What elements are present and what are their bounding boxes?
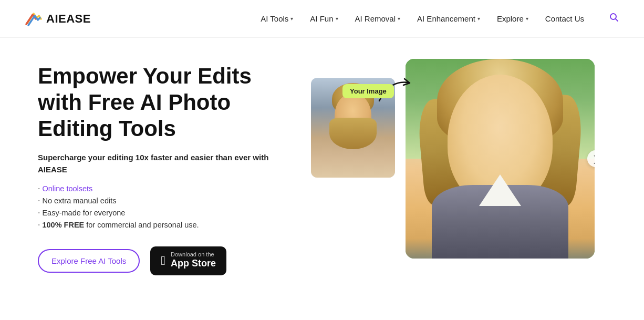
feature-free-rest: for commercial and personal use. — [86, 221, 199, 229]
logo-icon — [25, 11, 42, 27]
feature-item-1: Online toolsets — [38, 184, 298, 193]
nav-explore[interactable]: Explore ▾ — [497, 14, 528, 23]
chevron-down-icon: ▾ — [290, 16, 293, 22]
appstore-text: Download on the App Store — [171, 252, 216, 270]
chevron-down-icon: ▾ — [336, 16, 338, 22]
feature-item-2: No extra manual edits — [38, 196, 298, 205]
app-store-button[interactable]:  Download on the App Store — [150, 246, 226, 275]
feature-link-1[interactable]: Online toolsets — [42, 184, 92, 193]
nav-contact-us[interactable]: Contact Us — [545, 14, 584, 23]
svg-line-1 — [616, 19, 618, 22]
feature-item-4: 100% FREE for commercial and personal us… — [38, 220, 298, 230]
hero-subtitle: Supercharge your editing 10x faster and … — [38, 152, 298, 176]
main-content: Empower Your Edits with Free AI Photo Ed… — [0, 38, 644, 296]
chevron-down-icon: ▾ — [398, 16, 400, 22]
output-photo-bg — [406, 59, 595, 259]
search-icon[interactable] — [609, 13, 619, 25]
apple-icon:  — [161, 253, 165, 268]
header: AIEASE AI Tools ▾ AI Fun ▾ AI Removal ▾ … — [0, 0, 644, 38]
main-nav: AI Tools ▾ AI Fun ▾ AI Removal ▾ AI Enha… — [261, 13, 619, 25]
feature-item-3: Easy-made for everyone — [38, 208, 298, 218]
hero-title: Empower Your Edits with Free AI Photo Ed… — [38, 63, 298, 141]
logo[interactable]: AIEASE — [25, 11, 91, 27]
hero-left: Empower Your Edits with Free AI Photo Ed… — [38, 63, 311, 275]
nav-ai-tools[interactable]: AI Tools ▾ — [261, 14, 293, 23]
appstore-download-label: Download on the — [171, 252, 214, 257]
chevron-down-icon: ▾ — [526, 16, 528, 22]
nav-ai-enhancement[interactable]: AI Enhancement ▾ — [417, 14, 480, 23]
explore-free-tools-button[interactable]: Explore Free AI Tools — [38, 249, 140, 273]
chevron-down-icon: ▾ — [477, 16, 480, 22]
hero-right: Your Image ❯ — [311, 59, 619, 280]
input-hair-lower — [329, 118, 377, 149]
appstore-store-name: App Store — [171, 257, 216, 270]
logo-text: AIEASE — [46, 12, 91, 26]
features-list: Online toolsets No extra manual edits Ea… — [38, 184, 298, 230]
nav-ai-fun[interactable]: AI Fun ▾ — [310, 14, 338, 23]
output-photo: ❯ — [406, 59, 595, 259]
cta-row: Explore Free AI Tools  Download on the … — [38, 246, 298, 275]
your-image-bubble: Your Image — [342, 86, 394, 96]
nav-ai-removal[interactable]: AI Removal ▾ — [355, 14, 401, 23]
feature-free-bold: 100% FREE — [42, 221, 84, 229]
